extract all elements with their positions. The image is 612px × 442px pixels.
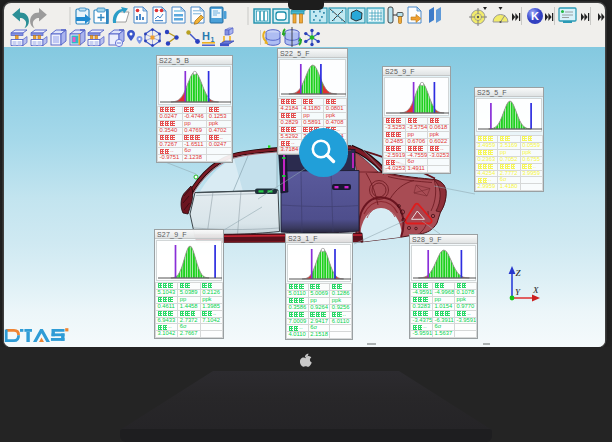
svg-text:X: X xyxy=(532,285,539,295)
svg-text:Z: Z xyxy=(516,268,522,278)
svg-text:Y: Y xyxy=(515,287,521,297)
